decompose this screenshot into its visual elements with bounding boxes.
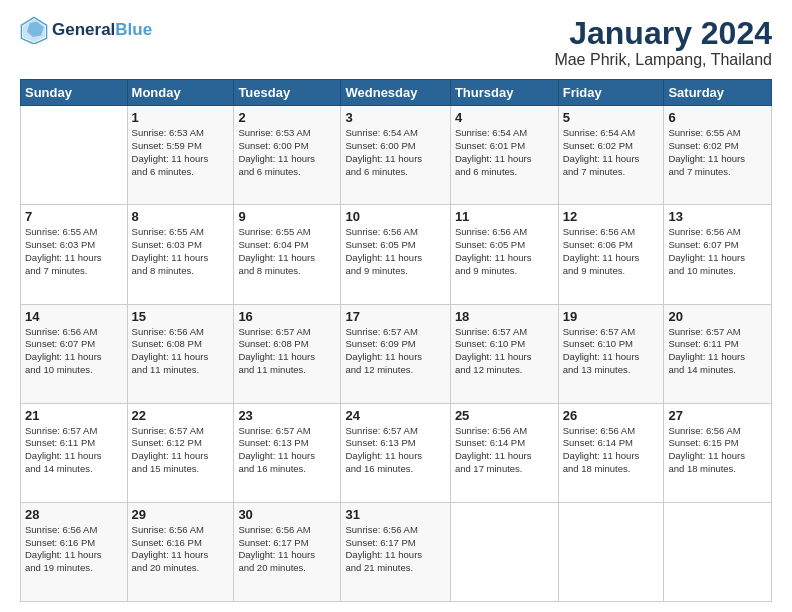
cell-info: Sunrise: 6:57 AM Sunset: 6:10 PM Dayligh…	[563, 326, 660, 377]
cell-info: Sunrise: 6:57 AM Sunset: 6:09 PM Dayligh…	[345, 326, 445, 377]
cell-info: Sunrise: 6:56 AM Sunset: 6:07 PM Dayligh…	[25, 326, 123, 377]
calendar-cell: 18Sunrise: 6:57 AM Sunset: 6:10 PM Dayli…	[450, 304, 558, 403]
day-number: 14	[25, 309, 123, 324]
cell-info: Sunrise: 6:56 AM Sunset: 6:17 PM Dayligh…	[238, 524, 336, 575]
header-cell-sunday: Sunday	[21, 80, 128, 106]
calendar-cell: 5Sunrise: 6:54 AM Sunset: 6:02 PM Daylig…	[558, 106, 664, 205]
calendar-cell: 13Sunrise: 6:56 AM Sunset: 6:07 PM Dayli…	[664, 205, 772, 304]
calendar-cell: 23Sunrise: 6:57 AM Sunset: 6:13 PM Dayli…	[234, 403, 341, 502]
day-number: 24	[345, 408, 445, 423]
calendar-cell: 30Sunrise: 6:56 AM Sunset: 6:17 PM Dayli…	[234, 502, 341, 601]
day-number: 23	[238, 408, 336, 423]
day-number: 15	[132, 309, 230, 324]
main-title: January 2024	[554, 16, 772, 51]
day-number: 3	[345, 110, 445, 125]
header-cell-wednesday: Wednesday	[341, 80, 450, 106]
day-number: 13	[668, 209, 767, 224]
week-row-4: 21Sunrise: 6:57 AM Sunset: 6:11 PM Dayli…	[21, 403, 772, 502]
day-number: 2	[238, 110, 336, 125]
calendar-cell	[664, 502, 772, 601]
subtitle: Mae Phrik, Lampang, Thailand	[554, 51, 772, 69]
cell-info: Sunrise: 6:54 AM Sunset: 6:01 PM Dayligh…	[455, 127, 554, 178]
calendar-cell: 27Sunrise: 6:56 AM Sunset: 6:15 PM Dayli…	[664, 403, 772, 502]
day-number: 28	[25, 507, 123, 522]
cell-info: Sunrise: 6:57 AM Sunset: 6:13 PM Dayligh…	[345, 425, 445, 476]
cell-info: Sunrise: 6:56 AM Sunset: 6:14 PM Dayligh…	[563, 425, 660, 476]
day-number: 30	[238, 507, 336, 522]
calendar-cell: 31Sunrise: 6:56 AM Sunset: 6:17 PM Dayli…	[341, 502, 450, 601]
header-cell-thursday: Thursday	[450, 80, 558, 106]
calendar-cell	[558, 502, 664, 601]
cell-info: Sunrise: 6:55 AM Sunset: 6:03 PM Dayligh…	[132, 226, 230, 277]
calendar-cell: 19Sunrise: 6:57 AM Sunset: 6:10 PM Dayli…	[558, 304, 664, 403]
logo-text: GeneralBlue	[52, 20, 152, 40]
page: GeneralBlue January 2024 Mae Phrik, Lamp…	[0, 0, 792, 612]
week-row-1: 1Sunrise: 6:53 AM Sunset: 5:59 PM Daylig…	[21, 106, 772, 205]
cell-info: Sunrise: 6:56 AM Sunset: 6:16 PM Dayligh…	[25, 524, 123, 575]
cell-info: Sunrise: 6:56 AM Sunset: 6:14 PM Dayligh…	[455, 425, 554, 476]
calendar-cell: 9Sunrise: 6:55 AM Sunset: 6:04 PM Daylig…	[234, 205, 341, 304]
calendar-cell: 28Sunrise: 6:56 AM Sunset: 6:16 PM Dayli…	[21, 502, 128, 601]
calendar-cell: 7Sunrise: 6:55 AM Sunset: 6:03 PM Daylig…	[21, 205, 128, 304]
day-number: 22	[132, 408, 230, 423]
calendar-cell: 1Sunrise: 6:53 AM Sunset: 5:59 PM Daylig…	[127, 106, 234, 205]
calendar-cell: 11Sunrise: 6:56 AM Sunset: 6:05 PM Dayli…	[450, 205, 558, 304]
day-number: 9	[238, 209, 336, 224]
cell-info: Sunrise: 6:57 AM Sunset: 6:11 PM Dayligh…	[25, 425, 123, 476]
day-number: 12	[563, 209, 660, 224]
calendar-table: SundayMondayTuesdayWednesdayThursdayFrid…	[20, 79, 772, 602]
day-number: 8	[132, 209, 230, 224]
day-number: 29	[132, 507, 230, 522]
cell-info: Sunrise: 6:54 AM Sunset: 6:00 PM Dayligh…	[345, 127, 445, 178]
calendar-cell: 12Sunrise: 6:56 AM Sunset: 6:06 PM Dayli…	[558, 205, 664, 304]
logo: GeneralBlue	[20, 16, 152, 44]
day-number: 1	[132, 110, 230, 125]
calendar-cell: 15Sunrise: 6:56 AM Sunset: 6:08 PM Dayli…	[127, 304, 234, 403]
cell-info: Sunrise: 6:57 AM Sunset: 6:13 PM Dayligh…	[238, 425, 336, 476]
day-number: 7	[25, 209, 123, 224]
calendar-cell: 14Sunrise: 6:56 AM Sunset: 6:07 PM Dayli…	[21, 304, 128, 403]
day-number: 16	[238, 309, 336, 324]
calendar-cell: 10Sunrise: 6:56 AM Sunset: 6:05 PM Dayli…	[341, 205, 450, 304]
cell-info: Sunrise: 6:55 AM Sunset: 6:03 PM Dayligh…	[25, 226, 123, 277]
cell-info: Sunrise: 6:56 AM Sunset: 6:05 PM Dayligh…	[345, 226, 445, 277]
day-number: 18	[455, 309, 554, 324]
calendar-cell: 2Sunrise: 6:53 AM Sunset: 6:00 PM Daylig…	[234, 106, 341, 205]
cell-info: Sunrise: 6:54 AM Sunset: 6:02 PM Dayligh…	[563, 127, 660, 178]
cell-info: Sunrise: 6:56 AM Sunset: 6:06 PM Dayligh…	[563, 226, 660, 277]
cell-info: Sunrise: 6:57 AM Sunset: 6:11 PM Dayligh…	[668, 326, 767, 377]
header-cell-monday: Monday	[127, 80, 234, 106]
calendar-cell: 17Sunrise: 6:57 AM Sunset: 6:09 PM Dayli…	[341, 304, 450, 403]
cell-info: Sunrise: 6:53 AM Sunset: 6:00 PM Dayligh…	[238, 127, 336, 178]
calendar-cell: 3Sunrise: 6:54 AM Sunset: 6:00 PM Daylig…	[341, 106, 450, 205]
header-cell-tuesday: Tuesday	[234, 80, 341, 106]
calendar-cell: 26Sunrise: 6:56 AM Sunset: 6:14 PM Dayli…	[558, 403, 664, 502]
cell-info: Sunrise: 6:56 AM Sunset: 6:15 PM Dayligh…	[668, 425, 767, 476]
calendar-cell: 21Sunrise: 6:57 AM Sunset: 6:11 PM Dayli…	[21, 403, 128, 502]
cell-info: Sunrise: 6:56 AM Sunset: 6:08 PM Dayligh…	[132, 326, 230, 377]
day-number: 19	[563, 309, 660, 324]
calendar-cell: 25Sunrise: 6:56 AM Sunset: 6:14 PM Dayli…	[450, 403, 558, 502]
calendar-cell	[450, 502, 558, 601]
cell-info: Sunrise: 6:56 AM Sunset: 6:17 PM Dayligh…	[345, 524, 445, 575]
day-number: 25	[455, 408, 554, 423]
day-number: 21	[25, 408, 123, 423]
week-row-3: 14Sunrise: 6:56 AM Sunset: 6:07 PM Dayli…	[21, 304, 772, 403]
cell-info: Sunrise: 6:56 AM Sunset: 6:05 PM Dayligh…	[455, 226, 554, 277]
calendar-cell: 22Sunrise: 6:57 AM Sunset: 6:12 PM Dayli…	[127, 403, 234, 502]
day-number: 11	[455, 209, 554, 224]
header: GeneralBlue January 2024 Mae Phrik, Lamp…	[20, 16, 772, 69]
day-number: 6	[668, 110, 767, 125]
calendar-cell: 8Sunrise: 6:55 AM Sunset: 6:03 PM Daylig…	[127, 205, 234, 304]
week-row-5: 28Sunrise: 6:56 AM Sunset: 6:16 PM Dayli…	[21, 502, 772, 601]
calendar-cell: 4Sunrise: 6:54 AM Sunset: 6:01 PM Daylig…	[450, 106, 558, 205]
day-number: 10	[345, 209, 445, 224]
calendar-cell: 16Sunrise: 6:57 AM Sunset: 6:08 PM Dayli…	[234, 304, 341, 403]
calendar-cell	[21, 106, 128, 205]
header-row: SundayMondayTuesdayWednesdayThursdayFrid…	[21, 80, 772, 106]
cell-info: Sunrise: 6:57 AM Sunset: 6:08 PM Dayligh…	[238, 326, 336, 377]
calendar-cell: 29Sunrise: 6:56 AM Sunset: 6:16 PM Dayli…	[127, 502, 234, 601]
title-block: January 2024 Mae Phrik, Lampang, Thailan…	[554, 16, 772, 69]
cell-info: Sunrise: 6:57 AM Sunset: 6:12 PM Dayligh…	[132, 425, 230, 476]
cell-info: Sunrise: 6:55 AM Sunset: 6:04 PM Dayligh…	[238, 226, 336, 277]
